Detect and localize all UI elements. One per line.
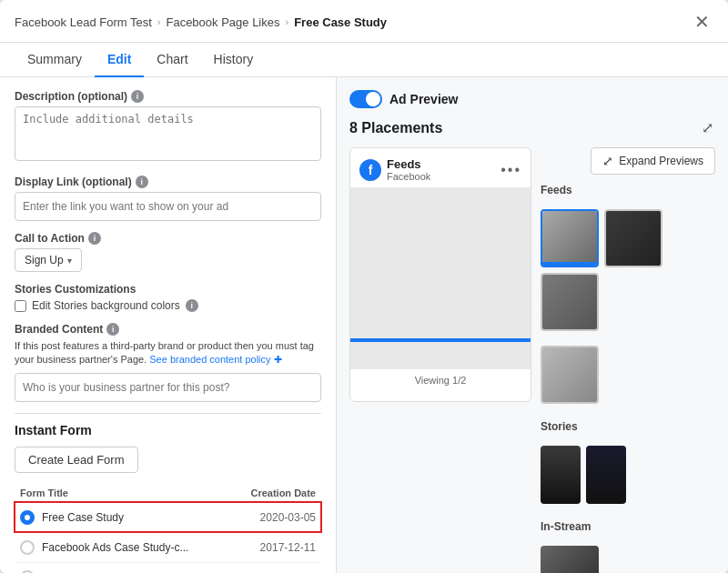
forms-table: Form Title Creation Date Free Case Study… — [15, 484, 321, 573]
form-title-2: Facebook Ads Case Study-c... — [42, 541, 188, 554]
instream-section-label: In-Stream — [541, 520, 715, 533]
description-info-icon[interactable]: i — [131, 90, 144, 103]
stories-info-icon[interactable]: i — [186, 299, 198, 312]
tab-bar: Summary Edit Chart History — [0, 43, 728, 77]
business-partner-input[interactable] — [15, 373, 321, 402]
tab-history[interactable]: History — [201, 43, 267, 77]
stories-checkbox-row: Edit Stories background colors i — [15, 299, 321, 312]
form-title-cell-1: Free Case Study — [15, 502, 230, 532]
modal-window: Facebook Lead Form Test › Facebook Page … — [0, 0, 728, 573]
feed-thumb-4[interactable] — [541, 346, 599, 404]
display-link-section: Display Link (optional) i — [15, 176, 321, 221]
breadcrumb-sep-2: › — [286, 16, 289, 27]
feeds-info: Feeds Facebook — [387, 157, 430, 182]
modal-header: Facebook Lead Form Test › Facebook Page … — [0, 0, 728, 43]
create-form-button[interactable]: Create Lead Form — [15, 447, 138, 473]
breadcrumb-item-2: Facebook Page Likes — [166, 15, 279, 29]
description-section: Description (optional) i — [15, 90, 321, 165]
description-label: Description (optional) i — [15, 90, 321, 103]
placements-count: 8 Placements — [349, 120, 442, 136]
ad-preview-toggle-switch[interactable] — [349, 90, 382, 108]
stories-checkbox-label: Edit Stories background colors — [32, 299, 180, 312]
divider — [15, 413, 321, 414]
instream-thumb-1[interactable] — [541, 546, 599, 573]
instream-thumbnails — [541, 546, 715, 573]
expand-icon: ⤢ — [602, 154, 613, 168]
close-button[interactable]: ✕ — [691, 9, 713, 35]
preview-area: f Feeds Facebook ••• Viewing 1/2 — [349, 147, 715, 573]
ad-preview-label: Ad Preview — [389, 92, 458, 106]
placements-header: 8 Placements ⤢ — [349, 117, 715, 138]
chevron-down-icon: ▾ — [67, 256, 72, 266]
branded-description: If this post features a third-party bran… — [15, 339, 321, 367]
breadcrumb: Facebook Lead Form Test › Facebook Page … — [15, 15, 387, 36]
feed-thumb-2[interactable] — [604, 209, 662, 267]
external-link-icon[interactable]: ⤢ — [700, 117, 715, 138]
story-thumb-2[interactable] — [586, 446, 626, 504]
feed-thumb-3[interactable] — [541, 273, 599, 331]
modal-body: Description (optional) i Display Link (o… — [0, 77, 728, 573]
col-creation-date: Creation Date — [230, 484, 321, 503]
tab-edit[interactable]: Edit — [95, 43, 144, 77]
form-row-2[interactable]: Facebook Ads Case Study-c... 2017-12-11 — [15, 532, 321, 562]
form-row-3[interactable]: Facebook Ads Case Study 2016-10-04 — [15, 562, 321, 573]
stories-checkbox[interactable] — [15, 300, 26, 312]
form-title-cell-3: Facebook Ads Case Study — [15, 562, 230, 573]
cta-info-icon[interactable]: i — [88, 232, 101, 245]
form-title-cell-2: Facebook Ads Case Study-c... — [15, 532, 230, 562]
branded-info-icon[interactable]: i — [106, 323, 119, 336]
facebook-icon: f — [359, 159, 381, 181]
tab-summary[interactable]: Summary — [15, 43, 95, 77]
viewing-label: Viewing 1/2 — [350, 369, 531, 391]
stories-label: Stories Customizations — [15, 283, 321, 296]
feeds-label: Feeds — [387, 157, 430, 171]
preview-card: f Feeds Facebook ••• Viewing 1/2 — [349, 147, 531, 402]
form-date-3: 2016-10-04 — [230, 562, 321, 573]
facebook-sub-label: Facebook — [387, 171, 430, 182]
display-link-info-icon[interactable]: i — [136, 176, 148, 188]
right-panel: Ad Preview 8 Placements ⤢ f Feeds Facebo… — [337, 77, 728, 573]
feeds-thumbnails — [541, 209, 715, 331]
branded-content-policy-link[interactable]: See branded content policy ✚ — [149, 354, 281, 365]
story-thumb-1[interactable] — [541, 446, 581, 504]
form-date-2: 2017-12-11 — [230, 532, 321, 562]
tab-chart[interactable]: Chart — [144, 43, 200, 77]
instant-form-title: Instant Form — [15, 423, 321, 437]
col-form-title: Form Title — [15, 484, 230, 503]
radio-2[interactable] — [20, 540, 35, 555]
display-link-input[interactable] — [15, 192, 321, 221]
stories-thumbnails — [541, 446, 715, 504]
left-panel: Description (optional) i Display Link (o… — [0, 77, 337, 573]
branded-section: Branded Content i If this post features … — [15, 323, 321, 402]
description-input[interactable] — [15, 106, 321, 161]
form-title-1: Free Case Study — [42, 511, 124, 524]
preview-blue-bar — [350, 338, 531, 342]
preview-image-area — [350, 187, 531, 369]
form-date-1: 2020-03-05 — [230, 502, 321, 532]
cta-label: Call to Action i — [15, 232, 321, 245]
branded-label: Branded Content i — [15, 323, 321, 336]
breadcrumb-sep-1: › — [157, 16, 161, 27]
breadcrumb-item-1: Facebook Lead Form Test — [15, 15, 152, 29]
breadcrumb-item-3: Free Case Study — [294, 15, 387, 29]
thumbnails-panel: ⤢ Expand Previews Feeds — [541, 147, 715, 573]
ad-preview-toggle: Ad Preview — [349, 90, 715, 108]
dots-menu-icon[interactable]: ••• — [500, 162, 521, 178]
feeds-section-label: Feeds — [541, 184, 715, 196]
expand-previews-button[interactable]: ⤢ Expand Previews — [591, 147, 715, 175]
feeds-thumbnails-row2 — [541, 346, 715, 404]
stories-section: Stories Customizations Edit Stories back… — [15, 283, 321, 312]
stories-section-label: Stories — [541, 420, 715, 433]
preview-card-header: f Feeds Facebook ••• — [350, 148, 531, 187]
feed-thumb-1[interactable] — [541, 209, 599, 267]
cta-section: Call to Action i Sign Up ▾ — [15, 232, 321, 272]
form-row-1[interactable]: Free Case Study 2020-03-05 — [15, 502, 321, 532]
radio-1[interactable] — [20, 510, 35, 525]
preview-card-title: f Feeds Facebook — [359, 157, 430, 182]
cta-dropdown[interactable]: Sign Up ▾ — [15, 248, 82, 272]
display-link-label: Display Link (optional) i — [15, 176, 321, 188]
